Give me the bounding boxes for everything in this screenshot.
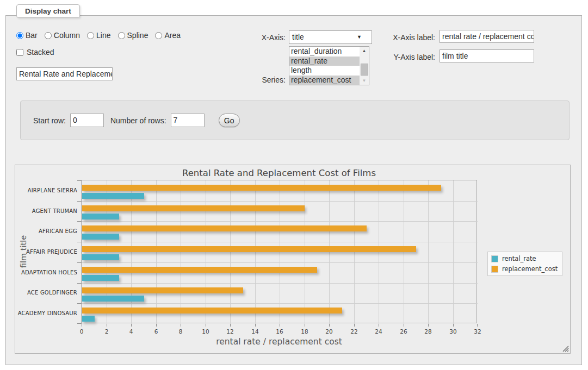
bar-replacement_cost [82, 225, 367, 231]
legend-swatch-rental-rate [491, 255, 498, 262]
xaxis-label-input[interactable]: rental rate / replacement cost [440, 30, 534, 43]
start-row-label: Start row: [33, 116, 66, 125]
series-select-label: Series: [234, 76, 286, 84]
chart-type-line-label: Line [96, 31, 110, 40]
bar-rental_rate [82, 214, 119, 220]
bar-replacement_cost [82, 246, 416, 252]
chart-type-area-radio[interactable] [155, 32, 162, 39]
xaxis-select-label: X-Axis: [234, 33, 286, 42]
series-listbox[interactable]: rental_duration rental_rate length repla… [289, 46, 369, 85]
chart-type-bar[interactable]: Bar [16, 31, 38, 40]
chart-type-spline-radio[interactable] [118, 32, 125, 39]
start-row-input[interactable]: 0 [70, 114, 104, 127]
chart-legend: rental_rate replacement_cost [487, 252, 562, 276]
bar-rental_rate [82, 193, 144, 199]
chart-type-bar-radio[interactable] [16, 32, 23, 39]
bar-replacement_cost [82, 205, 305, 211]
series-option-length[interactable]: length [289, 66, 360, 76]
chart-x-axis-title: rental rate / replacement cost [81, 337, 477, 347]
scroll-down-icon[interactable]: ▼ [360, 77, 369, 85]
chart-type-column-label: Column [54, 31, 80, 40]
bar-rental_rate [82, 296, 144, 302]
chart-type-area[interactable]: Area [155, 31, 181, 40]
go-button[interactable]: Go [219, 114, 240, 127]
chart-type-line[interactable]: Line [87, 31, 110, 40]
chart-type-radio-group: Bar Column Line Spline Area [16, 31, 181, 40]
legend-item-rental-rate: rental_rate [491, 255, 558, 262]
yaxis-label-input[interactable]: film title [440, 49, 534, 62]
chart-type-column-radio[interactable] [45, 32, 52, 39]
chart-type-bar-label: Bar [26, 31, 38, 40]
bar-rental_rate [82, 234, 119, 240]
bar-rental_rate [82, 254, 119, 260]
stacked-checkbox[interactable] [16, 49, 23, 56]
stacked-label: Stacked [27, 48, 54, 57]
bar-replacement_cost [82, 185, 441, 191]
bar-replacement_cost [82, 287, 243, 293]
chart-type-line-radio[interactable] [87, 32, 94, 39]
legend-label-rental-rate: rental_rate [502, 255, 536, 262]
num-rows-label: Number of rows: [110, 116, 166, 125]
fieldset-legend: Display chart [16, 4, 80, 18]
xaxis-select[interactable]: title ▼ [289, 30, 372, 44]
bar-rental_rate [82, 316, 95, 322]
bar-rental_rate [82, 275, 119, 281]
chart-type-column[interactable]: Column [45, 31, 80, 40]
series-option-replacement-cost[interactable]: replacement_cost [289, 76, 360, 85]
yaxis-label-field-label: Y-Axis label: [374, 53, 435, 61]
series-option-rental-rate[interactable]: rental_rate [289, 57, 360, 66]
scroll-up-icon[interactable]: ▲ [360, 47, 369, 55]
chart-type-spline-label: Spline [127, 31, 148, 40]
chart-title-input[interactable]: Rental Rate and Replacement Cost of Film… [16, 67, 113, 80]
chevron-down-icon: ▼ [357, 31, 362, 43]
stacked-checkbox-row: Stacked [16, 48, 54, 57]
listbox-scrollbar[interactable]: ▲ ▼ [360, 47, 369, 85]
rows-panel: Start row: 0 Number of rows: 7 Go [20, 101, 570, 140]
plot-area: 02468101214161820222426283032AIRPLANE SI… [81, 180, 477, 323]
xaxis-label-field-label: X-Axis label: [374, 33, 435, 42]
resize-handle-icon[interactable] [562, 346, 569, 352]
chart-container: Rental Rate and Replacement Cost of Film… [15, 165, 571, 354]
chart-type-spline[interactable]: Spline [118, 31, 148, 40]
legend-swatch-replacement-cost [491, 266, 498, 273]
bar-replacement_cost [82, 308, 342, 313]
bar-replacement_cost [82, 267, 317, 273]
series-option-rental-duration[interactable]: rental_duration [289, 47, 360, 57]
legend-item-replacement-cost: replacement_cost [491, 265, 558, 273]
num-rows-input[interactable]: 7 [171, 114, 205, 127]
chart-title: Rental Rate and Replacement Cost of Film… [81, 168, 477, 178]
scrollbar-thumb[interactable] [361, 64, 368, 76]
xaxis-selected-value: title [292, 31, 304, 43]
legend-label-replacement-cost: replacement_cost [502, 265, 558, 273]
display-chart-page: Display chart Bar Column Line Spline Are… [0, 0, 588, 370]
chart-type-area-label: Area [164, 31, 181, 40]
